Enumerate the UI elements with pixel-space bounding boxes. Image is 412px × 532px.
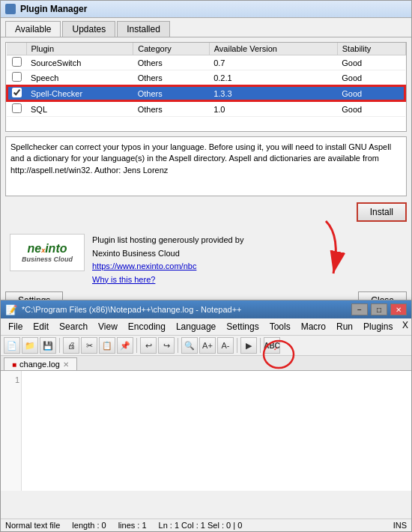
plugin-checkbox-cell[interactable] [7, 55, 26, 70]
tb-cut[interactable]: ✂ [81, 337, 97, 354]
plugin-checkbox[interactable] [12, 88, 22, 97]
plugin-version: 0.7 [209, 55, 337, 70]
tb-print[interactable]: 🖨 [63, 337, 79, 354]
status-bar: Normal text file length : 0 lines : 1 Ln… [1, 519, 411, 531]
nexinto-text-block: Plugin list hosting generously provided … [92, 234, 243, 286]
plugin-version: 1.0 [209, 101, 337, 117]
plugin-checkbox[interactable] [12, 103, 22, 113]
install-button[interactable]: Install [357, 202, 407, 222]
log-icon: ■ [12, 360, 16, 369]
tb-save[interactable]: 💾 [40, 337, 56, 354]
tb-open[interactable]: 📁 [22, 337, 38, 354]
plugin-row[interactable]: SourceSwitchOthers0.7Good [7, 55, 405, 70]
nexinto-logo-sub: Business Cloud [22, 256, 73, 263]
tb-zoom-in[interactable]: A+ [199, 337, 216, 354]
menu-view[interactable]: View [94, 320, 122, 333]
editor-area[interactable]: 1 [1, 371, 411, 491]
menu-run[interactable]: Run [332, 320, 357, 333]
editor-content[interactable] [22, 371, 411, 491]
nexinto-hosting-text: Plugin list hosting generously provided … [92, 234, 243, 247]
nexinto-name: Nexinto Business Cloud [92, 247, 243, 261]
plugin-name: Speech [26, 70, 133, 86]
plugin-checkbox-cell[interactable] [7, 85, 26, 101]
nexinto-logo: nexinto Business Cloud [10, 234, 85, 271]
notepad-title-text: *C:\Program Files (x86)\Notepad++\change… [22, 305, 242, 314]
tb-find[interactable]: 🔍 [181, 337, 198, 354]
tb-sep5 [260, 338, 261, 353]
plugin-stability: Good [337, 70, 405, 86]
tb-sep3 [178, 338, 178, 353]
titlebar-controls: − □ ✕ [351, 303, 407, 315]
tb-redo[interactable]: ↪ [158, 337, 175, 354]
tabs-row: Available Updates Installed [1, 18, 411, 37]
plugin-description: Spellchecker can correct your typos in y… [5, 136, 407, 196]
toolbar: 📄 📁 💾 🖨 ✂ 📋 📌 ↩ ↪ 🔍 A+ A- ▶ ABC ✓ [1, 336, 411, 356]
menu-x-label: X [402, 320, 408, 333]
plugin-name: SQL [26, 101, 133, 117]
notepad-window: 📝 *C:\Program Files (x86)\Notepad++\chan… [0, 300, 412, 532]
tb-sep4 [237, 338, 237, 353]
plugin-stability: Good [337, 101, 405, 117]
tb-sep2 [136, 338, 137, 353]
line-number-1: 1 [2, 374, 19, 387]
notepad-app-icon: 📝 [5, 304, 17, 315]
tb-paste[interactable]: 📌 [117, 337, 133, 354]
tb-new[interactable]: 📄 [4, 337, 20, 354]
status-left: Normal text file length : 0 lines : 1 Ln… [5, 521, 242, 530]
file-type: Normal text file [5, 521, 60, 530]
notepad-titlebar-left: 📝 *C:\Program Files (x86)\Notepad++\chan… [5, 304, 242, 315]
plugin-manager-window: Plugin Manager Available Updates Install… [0, 0, 412, 315]
plugin-name: SourceSwitch [26, 55, 133, 70]
plugin-category: Others [133, 85, 209, 101]
plugin-version: 1.3.3 [209, 85, 337, 101]
col-version: Available Version [209, 43, 337, 55]
plugin-checkbox[interactable] [12, 57, 22, 67]
plugin-category: Others [133, 55, 209, 70]
menu-edit[interactable]: Edit [28, 320, 53, 333]
tab-available[interactable]: Available [5, 21, 61, 37]
nexinto-url[interactable]: https://www.nexinto.com/nbc [92, 262, 196, 270]
plugin-row[interactable]: SQLOthers1.0Good [7, 101, 405, 117]
file-tab-changelog[interactable]: ■ change.log ✕ [4, 357, 77, 370]
menu-tools[interactable]: Tools [265, 320, 295, 333]
pm-title-text: Plugin Manager [20, 4, 87, 14]
window-close-button[interactable]: ✕ [390, 303, 407, 315]
tab-updates[interactable]: Updates [62, 21, 115, 37]
notepad-titlebar: 📝 *C:\Program Files (x86)\Notepad++\chan… [1, 300, 411, 318]
plugin-checkbox-cell[interactable] [7, 70, 26, 86]
menu-encoding[interactable]: Encoding [124, 320, 170, 333]
minimize-button[interactable]: − [351, 303, 368, 315]
tb-copy[interactable]: 📋 [99, 337, 115, 354]
menu-language[interactable]: Language [172, 320, 220, 333]
plugin-table[interactable]: Plugin Category Available Version Stabil… [5, 42, 407, 132]
col-stability: Stability [337, 43, 405, 55]
menu-plugins[interactable]: Plugins [359, 320, 397, 333]
tab-installed[interactable]: Installed [117, 21, 170, 37]
plugin-stability: Good [337, 85, 405, 101]
plugin-content: Plugin Category Available Version Stabil… [1, 37, 411, 295]
tb-run[interactable]: ▶ [240, 337, 257, 354]
menu-file[interactable]: File [4, 320, 27, 333]
maximize-button[interactable]: □ [371, 303, 387, 315]
tb-spellcheck[interactable]: ABC ✓ [264, 337, 280, 354]
col-category: Category [133, 43, 209, 55]
lines-indicator: lines : 1 [118, 521, 147, 530]
tb-sep1 [59, 338, 60, 353]
ins-indicator: INS [393, 521, 407, 530]
col-plugin: Plugin [26, 43, 133, 55]
plugin-category: Others [133, 101, 209, 117]
menu-bar: FileEditSearchViewEncodingLanguageSettin… [1, 318, 411, 336]
why-link[interactable]: Why is this here? [92, 275, 155, 284]
plugin-version: 0.2.1 [209, 70, 337, 86]
plugin-checkbox-cell[interactable] [7, 101, 26, 117]
menu-search[interactable]: Search [55, 320, 92, 333]
plugin-checkbox[interactable] [12, 72, 22, 82]
file-tab-close[interactable]: ✕ [63, 360, 69, 369]
plugin-row[interactable]: SpeechOthers0.2.1Good [7, 70, 405, 86]
plugin-row[interactable]: Spell-CheckerOthers1.3.3Good [7, 85, 405, 101]
tb-undo[interactable]: ↩ [140, 337, 157, 354]
tb-zoom-out[interactable]: A- [217, 337, 234, 354]
menu-macro[interactable]: Macro [297, 320, 330, 333]
menu-settings[interactable]: Settings [222, 320, 263, 333]
plugin-manager-titlebar: Plugin Manager [1, 1, 411, 18]
